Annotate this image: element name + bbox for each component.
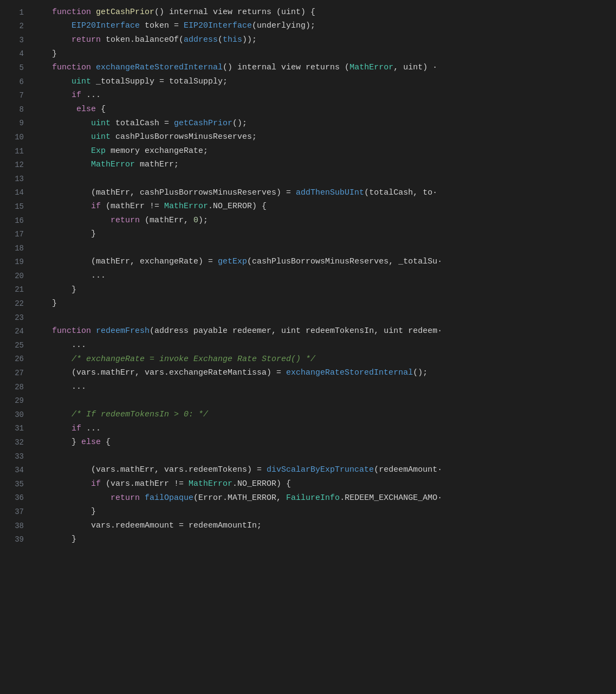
code-line: else { — [33, 102, 616, 117]
code-line: } — [33, 297, 616, 311]
token-type: uint — [91, 131, 111, 144]
token-plain — [33, 6, 52, 19]
code-line: (vars.mathErr, vars.redeemTokens) = divS… — [33, 464, 616, 478]
line-number: 12 — [9, 158, 24, 172]
code-line: return failOpaque(Error.MATH_ERROR, Fail… — [33, 491, 616, 505]
token-link2: MathError — [189, 478, 232, 491]
line-number: 25 — [9, 338, 24, 352]
token-plain: (underlying); — [252, 20, 315, 33]
token-plain — [33, 353, 72, 366]
line-number: 36 — [9, 491, 24, 505]
token-plain: ... — [81, 422, 101, 435]
token-link: EIP20Interface — [72, 20, 140, 33]
token-plain — [33, 408, 72, 421]
line-number: 14 — [9, 186, 24, 200]
code-line: Exp memory exchangeRate; — [33, 144, 616, 158]
token-plain: } — [33, 284, 76, 297]
code-line — [33, 241, 616, 255]
token-plain: (Error.MATH_ERROR, — [193, 492, 286, 505]
line-number: 34 — [9, 464, 24, 478]
line-number: 24 — [9, 325, 24, 339]
line-number: 23 — [9, 311, 24, 325]
code-line: ... — [33, 338, 616, 352]
token-plain — [33, 464, 91, 477]
token-plain: (vars.mathErr != — [101, 478, 189, 491]
code-line: if (vars.mathErr != MathError.NO_ERROR) … — [33, 477, 616, 491]
token-type: uint — [72, 75, 91, 88]
code-line — [33, 449, 616, 464]
code-line: if (mathErr != MathError.NO_ERROR) { — [33, 200, 616, 214]
line-number: 18 — [9, 241, 24, 255]
token-link: addThenSubUInt — [296, 187, 364, 200]
token-plain: () internal view returns ( — [223, 61, 349, 74]
token-link: redeemFresh — [96, 325, 150, 338]
token-link: getCashPrior — [174, 117, 232, 130]
code-line — [33, 311, 616, 325]
token-plain: _totalSupply = totalSupply; — [91, 75, 228, 88]
code-line: } — [33, 505, 616, 519]
token-kw: if — [91, 200, 101, 213]
token-plain: totalCash = — [111, 117, 174, 130]
token-plain: { — [96, 103, 106, 116]
token-plain — [33, 187, 91, 200]
token-plain: } — [33, 297, 57, 310]
code-line: MathError mathErr; — [33, 158, 616, 172]
line-number: 39 — [9, 533, 24, 547]
token-plain — [33, 103, 76, 116]
code-line: if ... — [33, 422, 616, 436]
token-plain: (); — [232, 117, 247, 130]
token-plain: ... — [33, 381, 86, 394]
token-plain: } — [33, 228, 96, 241]
token-plain: } — [33, 48, 57, 61]
token-fn: getCashPrior — [96, 6, 154, 19]
line-number: 6 — [9, 75, 24, 89]
line-number: 35 — [9, 477, 24, 491]
code-line: } — [33, 533, 616, 547]
token-plain — [33, 255, 91, 268]
line-number: 22 — [9, 297, 24, 311]
line-number: 17 — [9, 228, 24, 242]
token-plain — [33, 117, 91, 130]
token-plain: { — [101, 436, 111, 449]
code-line: } — [33, 228, 616, 242]
line-number: 16 — [9, 214, 24, 228]
token-kw: return — [111, 492, 140, 505]
code-line: (mathErr, cashPlusBorrowsMinusReserves) … — [33, 186, 616, 200]
line-number: 21 — [9, 283, 24, 297]
code-line: vars.redeemAmount = redeemAmountIn; — [33, 519, 616, 533]
token-plain: ( — [218, 34, 223, 47]
token-plain: cashPlusBorrowsMinusReserves; — [111, 131, 257, 144]
line-number: 27 — [9, 366, 24, 380]
token-kw: return — [111, 214, 140, 227]
code-line: uint cashPlusBorrowsMinusReserves; — [33, 130, 616, 144]
token-plain — [33, 492, 111, 505]
token-link2: MathError — [91, 158, 135, 171]
code-line: } — [33, 47, 616, 61]
token-num: 0 — [193, 214, 198, 227]
token-plain — [33, 158, 91, 171]
token-plain: vars.redeemAmount = redeemAmountIn; — [33, 519, 262, 532]
token-plain: token.balanceOf( — [106, 34, 184, 47]
code-line: ... — [33, 380, 616, 394]
token-link: divScalarByExpTruncate — [267, 464, 374, 477]
line-number: 15 — [9, 200, 24, 214]
token-plain: (vars.mathErr, vars.exchangeRateMantissa… — [72, 367, 286, 380]
line-number: 28 — [9, 380, 24, 394]
code-line: function getCashPrior() internal view re… — [33, 5, 616, 20]
token-link2: FailureInfo — [286, 492, 340, 505]
token-plain: (mathErr, cashPlusBorrowsMinusReserves) … — [91, 187, 296, 200]
token-type: uint — [91, 117, 111, 130]
token-plain: )); — [242, 34, 257, 47]
token-plain: .NO_ERROR) { — [208, 200, 267, 213]
token-plain — [140, 492, 145, 505]
line-number: 2 — [9, 20, 24, 34]
token-plain: (totalCash, to· — [364, 187, 437, 200]
token-plain — [33, 20, 72, 33]
code-line: (vars.mathErr, vars.exchangeRateMantissa… — [33, 366, 616, 380]
line-number: 26 — [9, 352, 24, 367]
token-kw: function — [52, 61, 96, 74]
token-plain — [33, 34, 72, 47]
token-link2: MathError — [349, 61, 393, 74]
token-plain — [33, 422, 72, 435]
line-number: 37 — [9, 505, 24, 519]
